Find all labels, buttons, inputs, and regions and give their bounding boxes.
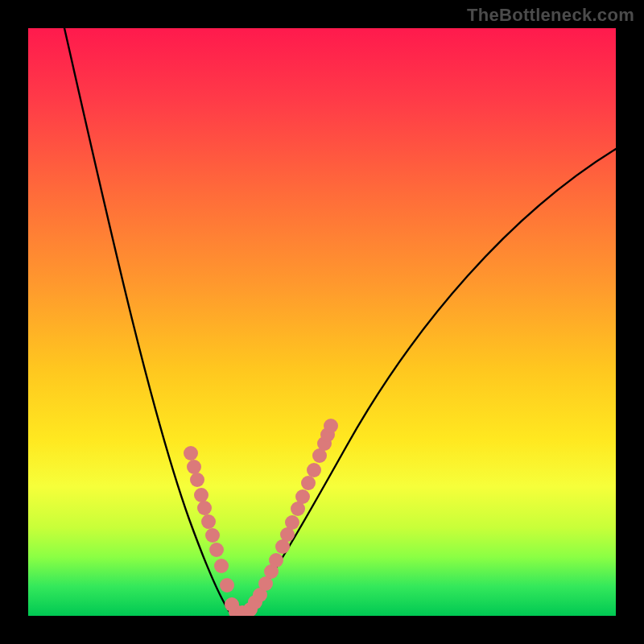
highlight-dot <box>229 605 243 616</box>
highlight-dot <box>307 463 321 477</box>
highlight-dot <box>317 436 332 451</box>
highlight-dot <box>275 539 290 554</box>
highlight-dot <box>258 576 273 591</box>
highlight-dot <box>209 543 224 557</box>
highlight-dot <box>320 427 335 442</box>
highlight-dot <box>220 578 234 592</box>
highlight-dot <box>248 595 262 609</box>
highlight-dot <box>301 476 316 490</box>
highlight-dot <box>235 605 250 616</box>
highlight-dot <box>291 502 305 516</box>
highlight-dot <box>187 460 201 474</box>
highlight-dot <box>194 488 208 502</box>
highlight-dot <box>190 473 204 487</box>
highlight-dot <box>324 419 338 433</box>
highlight-dot <box>269 553 283 568</box>
highlight-dot <box>253 588 267 602</box>
highlight-dot <box>225 597 239 612</box>
branding-watermark: TheBottleneck.com <box>467 5 634 26</box>
highlight-dot <box>280 527 295 542</box>
plot-area <box>28 28 616 616</box>
bottleneck-curve <box>28 28 616 616</box>
highlight-dot <box>285 515 299 530</box>
highlight-dot <box>214 559 229 573</box>
highlight-dots <box>184 419 338 616</box>
highlight-dot <box>243 602 258 616</box>
chart-frame: TheBottleneck.com <box>0 0 644 644</box>
highlight-dot <box>205 528 220 543</box>
highlight-dot <box>312 448 327 463</box>
curve-right-branch <box>234 149 616 616</box>
highlight-dot <box>295 489 310 504</box>
highlight-dot <box>201 514 216 529</box>
highlight-dots-layer <box>28 28 616 616</box>
curve-left-branch <box>64 28 234 616</box>
highlight-dot <box>264 564 279 579</box>
highlight-dot <box>184 446 198 460</box>
highlight-dot <box>197 501 212 515</box>
